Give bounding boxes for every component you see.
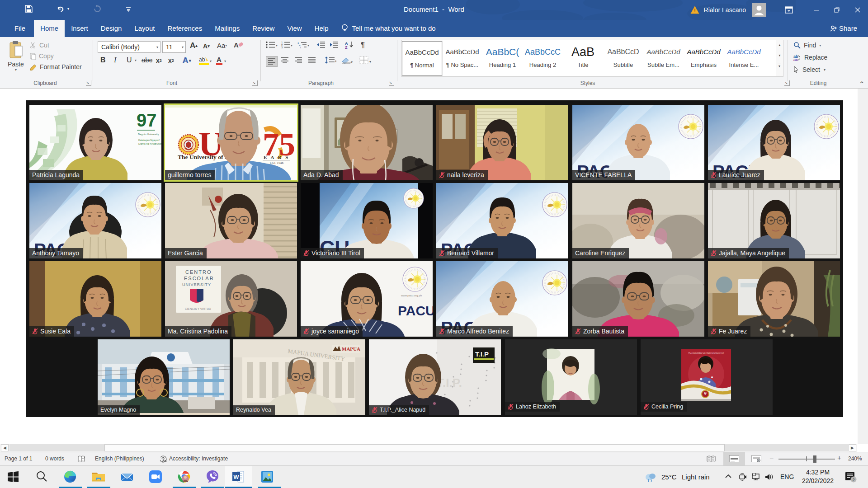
svg-text:ab: ab — [199, 56, 205, 63]
svg-text:#LetsGODeVenStineDiscover: #LetsGODeVenStineDiscover — [688, 352, 724, 354]
svg-text:ac: ac — [793, 57, 798, 61]
svg-text:97: 97 — [137, 110, 157, 130]
svg-text:▾: ▾ — [291, 43, 292, 47]
svg-text:▾: ▾ — [335, 59, 336, 63]
svg-text:ESCOLAR: ESCOLAR — [184, 276, 214, 281]
svg-text:i: i — [300, 46, 301, 48]
svg-text:Baguio University: Baguio University — [138, 133, 159, 136]
svg-text:Digma ng KinaBUkasan!: Digma ng KinaBUkasan! — [138, 142, 161, 145]
svg-text:CIENCIA Y VIRTUD: CIENCIA Y VIRTUD — [185, 307, 211, 310]
svg-text:Katatagan Ngayon!: Katatagan Ngayon! — [138, 139, 160, 141]
svg-text:▾: ▾ — [307, 43, 309, 47]
svg-text:MAPUA: MAPUA — [342, 346, 360, 352]
svg-text:▾: ▾ — [210, 59, 212, 63]
svg-text:CENTRO: CENTRO — [185, 269, 212, 275]
svg-text:A: A — [217, 56, 222, 63]
svg-text:A: A — [234, 41, 239, 49]
svg-text:E A R S: E A R S — [264, 155, 289, 160]
svg-text:www.pacu.org.ph: www.pacu.org.ph — [401, 294, 422, 297]
svg-text:EST. 1946: EST. 1946 — [270, 161, 283, 164]
svg-text:▾: ▾ — [369, 60, 371, 64]
svg-text:T.I.P: T.I.P — [475, 350, 489, 358]
svg-text:W: W — [233, 474, 239, 480]
svg-text:2: 2 — [852, 478, 854, 482]
svg-text:UNIVERSITY: UNIVERSITY — [182, 282, 211, 287]
svg-text:Z: Z — [345, 45, 348, 49]
svg-text:▾: ▾ — [276, 43, 278, 47]
svg-text:3: 3 — [281, 46, 283, 48]
svg-text:The University of M: The University of M — [178, 154, 231, 160]
svg-text:▾: ▾ — [224, 59, 226, 63]
svg-text:▾: ▾ — [351, 60, 353, 64]
svg-text:PACU: PACU — [398, 303, 433, 318]
svg-text:!: ! — [694, 8, 696, 13]
